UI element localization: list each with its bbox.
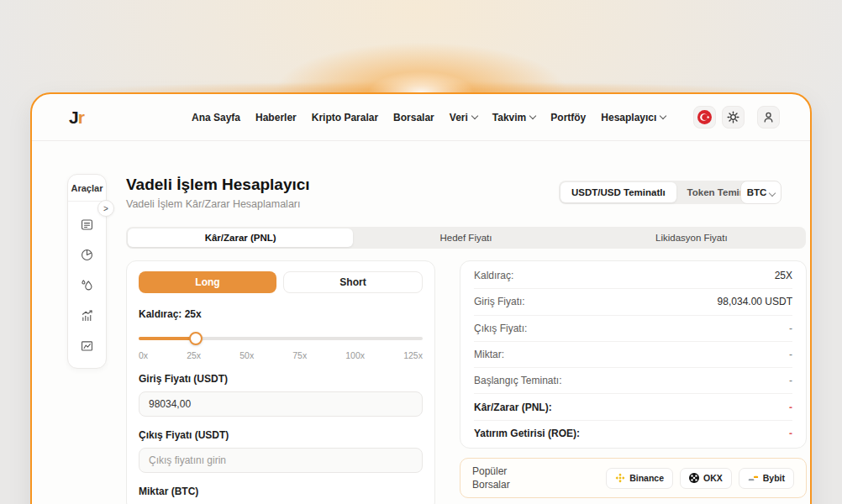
header-actions xyxy=(693,106,780,129)
binance-button[interactable]: Binance xyxy=(606,468,673,489)
result-row-leverage: Kaldıraç: 25X xyxy=(474,263,792,289)
result-row-amount: Miktar: - xyxy=(474,342,792,368)
tick-label: 50x xyxy=(239,350,254,360)
long-button[interactable]: Long xyxy=(139,271,276,293)
pair-select-value: BTC xyxy=(747,187,767,197)
form-document-icon xyxy=(80,218,94,232)
tick-label: 75x xyxy=(292,350,307,360)
tab-pnl[interactable]: Kâr/Zarar (PNL) xyxy=(128,228,353,247)
user-icon xyxy=(762,111,775,123)
droplets-icon xyxy=(80,278,94,292)
tick-label: 0x xyxy=(139,350,148,360)
chevron-right-icon: > xyxy=(103,204,108,213)
exchange-buttons: Binance OKX Bybit xyxy=(606,468,794,489)
trending-bars-icon xyxy=(80,308,94,323)
top-navbar: Jr Ana Sayfa Haberler Kripto Paralar Bor… xyxy=(32,94,810,141)
amount-label: Miktar (BTC) xyxy=(139,486,423,497)
tick-label: 125x xyxy=(403,350,423,360)
pie-chart-icon xyxy=(80,248,94,262)
nav-item-portfoy[interactable]: Portföy xyxy=(550,112,586,123)
bybit-button[interactable]: Bybit xyxy=(739,468,794,489)
chevron-down-icon xyxy=(471,112,478,118)
nav-item-veri[interactable]: Veri xyxy=(450,112,477,123)
nav-item-ana-sayfa[interactable]: Ana Sayfa xyxy=(192,112,240,123)
logo-letter-r: r xyxy=(78,108,84,127)
chevron-down-icon xyxy=(529,112,536,118)
tab-liquidation-price[interactable]: Likidasyon Fiyatı xyxy=(579,228,804,247)
logo-letter-j: J xyxy=(69,108,78,127)
binance-icon xyxy=(615,473,625,483)
result-row-entry-price: Giriş Fiyatı: 98,034.00 USDT xyxy=(474,289,792,315)
tools-sidebar: Araçlar > xyxy=(67,174,107,369)
nav-item-takvim[interactable]: Takvim xyxy=(492,112,535,123)
page-subtitle: Vadeli İşlem Kâr/Zarar Hesaplamaları xyxy=(126,198,300,210)
exit-price-input[interactable] xyxy=(139,448,423,473)
result-row-roe: Yatırım Getirisi (ROE): - xyxy=(474,421,792,446)
calculator-form: Long Short Kaldıraç: 25x 0x 25x 50x 75x … xyxy=(126,260,435,504)
tools-sidebar-title: Araçlar xyxy=(68,175,106,202)
okx-icon xyxy=(689,473,699,483)
nav-item-hesaplayici[interactable]: Hesaplayıcı xyxy=(601,112,666,123)
chevron-down-icon xyxy=(660,112,666,118)
main-card: Jr Ana Sayfa Haberler Kripto Paralar Bor… xyxy=(30,92,812,504)
results-panel: Kaldıraç: 25X Giriş Fiyatı: 98,034.00 US… xyxy=(460,260,807,449)
leverage-ticks: 0x 25x 50x 75x 100x 125x xyxy=(139,350,423,360)
tick-label: 25x xyxy=(187,350,201,360)
okx-button[interactable]: OKX xyxy=(680,468,732,489)
popular-exchanges-panel: Popüler Borsalar Binance xyxy=(460,458,807,498)
tick-label: 100x xyxy=(345,350,365,360)
account-button[interactable] xyxy=(757,106,780,129)
brand-logo[interactable]: Jr xyxy=(69,108,84,128)
tool-list xyxy=(68,202,106,354)
leverage-slider[interactable] xyxy=(139,332,423,345)
theme-toggle-button[interactable] xyxy=(722,106,745,129)
position-side-buttons: Long Short xyxy=(139,271,423,293)
sidebar-expand-button[interactable]: > xyxy=(97,200,114,217)
page-title: Vadeli İşlem Hesaplayıcı xyxy=(126,176,310,194)
tool-item-chart[interactable] xyxy=(78,336,97,354)
chevron-down-icon xyxy=(769,190,776,197)
result-row-initial-margin: Başlangıç Teminatı: - xyxy=(474,368,792,394)
entry-price-input[interactable] xyxy=(139,391,423,417)
entry-price-label: Giriş Fiyatı (USDT) xyxy=(139,373,423,385)
slider-fill xyxy=(139,337,196,340)
area-chart-icon xyxy=(80,339,94,353)
calculator-tabs: Kâr/Zarar (PNL) Hedef Fiyatı Likidasyon … xyxy=(126,227,806,249)
short-button[interactable]: Short xyxy=(283,271,423,293)
slider-handle[interactable] xyxy=(189,332,203,345)
leverage-label: Kaldıraç: 25x xyxy=(139,308,423,320)
toggle-usdt-usd-margined[interactable]: USDT/USD Teminatlı xyxy=(560,182,676,202)
tool-item-performance[interactable] xyxy=(78,306,97,324)
tool-item-calculator-form[interactable] xyxy=(78,215,97,234)
bybit-icon xyxy=(748,473,759,484)
sun-icon xyxy=(727,111,739,123)
tool-item-liquidity[interactable] xyxy=(78,276,97,294)
popular-exchanges-title: Popüler Borsalar xyxy=(472,465,510,491)
tool-item-allocation[interactable] xyxy=(78,245,97,264)
tab-target-price[interactable]: Hedef Fiyatı xyxy=(353,228,578,247)
main-nav: Ana Sayfa Haberler Kripto Paralar Borsal… xyxy=(192,112,666,123)
nav-item-haberler[interactable]: Haberler xyxy=(255,112,297,123)
turkish-flag-icon xyxy=(697,110,712,124)
nav-item-kripto-paralar[interactable]: Kripto Paralar xyxy=(312,112,378,123)
result-row-pnl: Kâr/Zarar (PNL): - xyxy=(474,394,792,420)
language-flag-button[interactable] xyxy=(693,106,716,129)
nav-item-borsalar[interactable]: Borsalar xyxy=(393,112,434,123)
pair-select[interactable]: BTC xyxy=(740,181,781,204)
exit-price-label: Çıkış Fiyatı (USDT) xyxy=(139,429,423,441)
result-row-exit-price: Çıkış Fiyatı: - xyxy=(474,316,792,342)
